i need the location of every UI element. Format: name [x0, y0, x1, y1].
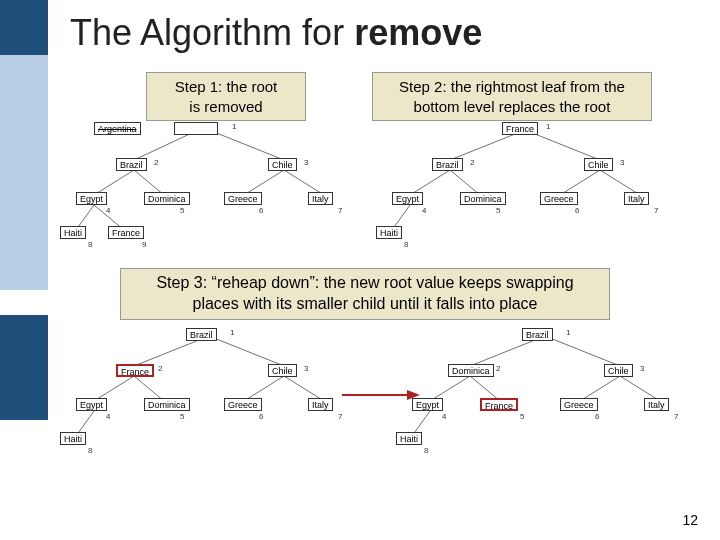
step1-text: Step 1: the root is removed [175, 78, 278, 115]
tree4-n4: Egypt [412, 398, 443, 411]
idx: 1 [230, 328, 234, 337]
tree1-n3: Chile [268, 158, 297, 171]
tree2-n2: Brazil [432, 158, 463, 171]
idx: 4 [422, 206, 426, 215]
idx: 6 [259, 412, 263, 421]
tree3-n8: Haiti [60, 432, 86, 445]
tree3-n4: Egypt [76, 398, 107, 411]
tree4-n8: Haiti [396, 432, 422, 445]
tree2-n4: Egypt [392, 192, 423, 205]
idx: 5 [496, 206, 500, 215]
idx: 3 [304, 364, 308, 373]
svg-line-24 [470, 338, 540, 366]
tree1-n4: Egypt [76, 192, 107, 205]
idx: 2 [470, 158, 474, 167]
tree4-n3: Chile [604, 364, 633, 377]
svg-line-15 [134, 338, 204, 366]
step1-box: Step 1: the root is removed [146, 72, 306, 121]
idx: 3 [304, 158, 308, 167]
tree2-n7: Italy [624, 192, 649, 205]
idx: 6 [575, 206, 579, 215]
idx: 7 [338, 412, 342, 421]
idx: 9 [142, 240, 146, 249]
tree1-empty-root [174, 122, 218, 135]
idx: 2 [154, 158, 158, 167]
idx: 2 [158, 364, 162, 373]
idx: 3 [640, 364, 644, 373]
step2-box: Step 2: the rightmost leaf from the bott… [372, 72, 652, 121]
tree4-n7: Italy [644, 398, 669, 411]
tree1-n7: Italy [308, 192, 333, 205]
tree4-n1: Brazil [522, 328, 553, 341]
tree3-n7: Italy [308, 398, 333, 411]
tree4-n2: Dominica [448, 364, 494, 377]
idx: 4 [106, 412, 110, 421]
step3-box: Step 3: “reheap down”: the new root valu… [120, 268, 610, 320]
svg-line-0 [134, 132, 194, 160]
idx: 8 [88, 240, 92, 249]
tree1-n9: France [108, 226, 144, 239]
svg-line-1 [214, 132, 284, 160]
title-bold: remove [354, 12, 482, 53]
tree3-n1: Brazil [186, 328, 217, 341]
tree3-n6: Greece [224, 398, 262, 411]
tree1-n5: Dominica [144, 192, 190, 205]
idx: 5 [180, 206, 184, 215]
idx: 1 [232, 122, 236, 131]
tree2-n3: Chile [584, 158, 613, 171]
idx: 8 [404, 240, 408, 249]
svg-line-9 [530, 132, 600, 160]
idx: 7 [674, 412, 678, 421]
tree4-n5-highlighted: France [480, 398, 518, 411]
tree1-n8: Haiti [60, 226, 86, 239]
tree3-n3: Chile [268, 364, 297, 377]
idx: 3 [620, 158, 624, 167]
tree2-n6: Greece [540, 192, 578, 205]
tree-step3b: Brazil 1 Dominica 2 Chile 3 Egypt 4 Fran… [400, 326, 690, 466]
idx: 1 [546, 122, 550, 131]
idx: 6 [595, 412, 599, 421]
idx: 5 [180, 412, 184, 421]
page-number: 12 [682, 512, 698, 528]
step2-text: Step 2: the rightmost leaf from the bott… [399, 78, 625, 115]
tree2-n5: Dominica [460, 192, 506, 205]
tree2-n8: Haiti [376, 226, 402, 239]
tree3-n5: Dominica [144, 398, 190, 411]
idx: 2 [496, 364, 500, 373]
idx: 6 [259, 206, 263, 215]
svg-line-16 [214, 338, 284, 366]
step3-text: Step 3: “reheap down”: the new root valu… [156, 274, 573, 312]
svg-line-25 [550, 338, 620, 366]
tree-step3a: Brazil 1 France 2 Chile 3 Egypt 4 Domini… [64, 326, 364, 466]
tree2-n1: France [502, 122, 538, 135]
idx: 8 [424, 446, 428, 455]
tree4-n6: Greece [560, 398, 598, 411]
idx: 4 [106, 206, 110, 215]
tree-step1: Argentina 1 Brazil 2 Chile 3 Egypt 4 Dom… [64, 120, 364, 250]
tree1-n2: Brazil [116, 158, 147, 171]
tree3-n2-highlighted: France [116, 364, 154, 377]
slide-content: The Algorithm for remove Step 1: the roo… [0, 0, 720, 540]
idx: 7 [338, 206, 342, 215]
tree-step2: France 1 Brazil 2 Chile 3 Egypt 4 Domini… [380, 120, 680, 250]
idx: 7 [654, 206, 658, 215]
idx: 1 [566, 328, 570, 337]
idx: 4 [442, 412, 446, 421]
idx: 5 [520, 412, 524, 421]
tree1-root-struck: Argentina [94, 122, 141, 135]
tree1-n6: Greece [224, 192, 262, 205]
page-title: The Algorithm for remove [70, 12, 482, 54]
idx: 8 [88, 446, 92, 455]
title-pre: The Algorithm for [70, 12, 354, 53]
svg-line-8 [450, 132, 520, 160]
